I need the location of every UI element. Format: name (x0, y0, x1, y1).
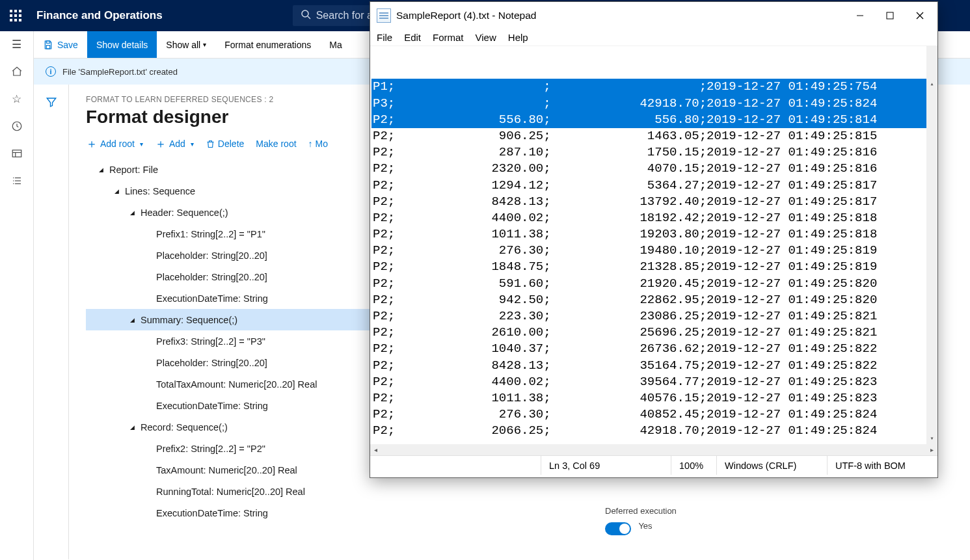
text-line[interactable]: P2; 276.30; 19480.10;2019-12-27 01:49:25… (371, 243, 936, 259)
tree-label: Prefix3: String[2..2] = "P3" (156, 336, 265, 347)
left-rail: ☰ ☆ (0, 31, 34, 560)
text-line[interactable]: P2; 1011.38; 19203.80;2019-12-27 01:49:2… (371, 226, 936, 243)
app-launcher-icon[interactable] (0, 0, 31, 31)
deferred-value: Yes (638, 521, 652, 531)
delete-button[interactable]: Delete (206, 139, 244, 149)
menu-view[interactable]: View (476, 32, 496, 43)
menu-format[interactable]: Format (433, 32, 464, 43)
text-line[interactable]: P2; 1848.75; 21328.85;2019-12-27 01:49:2… (371, 259, 936, 275)
minimize-button[interactable] (845, 5, 875, 27)
deferred-execution-section: Deferred execution Yes (605, 506, 677, 535)
svg-rect-7 (14, 19, 17, 21)
text-line[interactable]: P2; 276.30; 40852.45;2019-12-27 01:49:25… (371, 407, 936, 423)
text-line[interactable]: P2; 2320.00; 4070.15;2019-12-27 01:49:25… (371, 161, 936, 177)
text-line[interactable]: P2; 1040.37; 26736.62;2019-12-27 01:49:2… (371, 341, 936, 357)
tree-node[interactable]: RunningTotal: Numeric[20..20] Real (86, 481, 625, 502)
search-icon (301, 9, 311, 22)
home-icon[interactable] (10, 65, 23, 78)
show-details-button[interactable]: Show details (87, 31, 157, 58)
tree-label: ExecutionDateTime: String (156, 401, 268, 411)
star-icon[interactable]: ☆ (10, 92, 23, 105)
text-line[interactable]: P2; 942.50; 22862.95;2019-12-27 01:49:25… (371, 292, 936, 308)
expand-icon[interactable]: ◢ (115, 188, 121, 194)
text-line[interactable]: P2; 4400.02; 39564.77;2019-12-27 01:49:2… (371, 374, 936, 390)
text-line[interactable]: P2; 2066.25; 42918.70;2019-12-27 01:49:2… (371, 423, 936, 439)
expand-icon[interactable]: ◢ (130, 424, 137, 431)
maximize-button[interactable] (875, 5, 905, 27)
move-button-truncated[interactable]: ↑ Mo (308, 139, 328, 149)
svg-rect-2 (19, 10, 21, 12)
workspace-icon[interactable] (10, 147, 23, 160)
deferred-label: Deferred execution (605, 506, 677, 516)
filter-icon[interactable] (46, 96, 57, 559)
text-line[interactable]: P2; 2610.00; 25696.25;2019-12-27 01:49:2… (371, 325, 936, 341)
svg-rect-21 (46, 41, 49, 43)
scroll-up-icon[interactable]: ▴ (926, 79, 937, 90)
make-root-button[interactable]: Make root (256, 139, 296, 149)
status-encoding: UTF-8 with BOM (827, 456, 937, 475)
menu-file[interactable]: File (377, 32, 392, 43)
notepad-titlebar[interactable]: SampleReport (4).txt - Notepad (370, 2, 937, 29)
expand-icon[interactable]: ◢ (130, 317, 137, 323)
close-button[interactable] (905, 5, 935, 27)
format-enumerations-button[interactable]: Format enumerations (215, 31, 320, 58)
text-line[interactable]: P2; 4400.02; 18192.42;2019-12-27 01:49:2… (371, 210, 936, 226)
text-line[interactable]: P2; 556.80; 556.80;2019-12-27 01:49:25:8… (371, 112, 936, 128)
plus-icon: ＋ (86, 138, 98, 150)
recent-icon[interactable] (10, 120, 23, 133)
tree-label: ExecutionDateTime: String (156, 293, 268, 304)
tree-label: TotalTaxAmount: Numeric[20..20] Real (156, 379, 317, 390)
text-line[interactable]: P2; 906.25; 1463.05;2019-12-27 01:49:25:… (371, 128, 936, 144)
status-eol: Windows (CRLF) (716, 456, 827, 475)
scroll-left-icon[interactable]: ◂ (370, 444, 381, 455)
text-line[interactable]: P2; 223.30; 23086.25;2019-12-27 01:49:25… (371, 308, 936, 325)
chevron-down-icon: ▾ (191, 140, 194, 148)
deferred-toggle[interactable] (605, 522, 631, 535)
hamburger-icon[interactable]: ☰ (10, 38, 23, 51)
add-root-button[interactable]: ＋Add root▾ (86, 138, 143, 150)
status-zoom: 100% (671, 456, 716, 475)
notepad-window: SampleReport (4).txt - Notepad FileEditF… (370, 1, 938, 478)
notepad-title: SampleReport (4).txt - Notepad (396, 10, 536, 21)
text-line[interactable]: P2; 1294.12; 5364.27;2019-12-27 01:49:25… (371, 178, 936, 194)
tree-label: Report: File (109, 165, 158, 175)
notepad-menu: FileEditFormatViewHelp (370, 29, 937, 46)
expand-icon[interactable]: ◢ (99, 167, 105, 173)
menu-edit[interactable]: Edit (404, 32, 421, 43)
modules-icon[interactable] (10, 174, 23, 187)
svg-rect-24 (887, 12, 893, 19)
tree-label: Prefix1: String[2..2] = "P1" (156, 229, 265, 239)
expand-icon[interactable]: ◢ (130, 209, 137, 216)
menu-help[interactable]: Help (508, 32, 528, 43)
tree-node[interactable]: ExecutionDateTime: String (86, 502, 625, 524)
show-all-button[interactable]: Show all▾ (157, 31, 215, 58)
chevron-down-icon: ▾ (140, 140, 143, 148)
text-line[interactable]: P2; 8428.13; 35164.75;2019-12-27 01:49:2… (371, 358, 936, 374)
tree-label: Placeholder: String[20..20] (156, 358, 267, 368)
scrollbar-horizontal[interactable]: ◂ ▸ (370, 444, 937, 455)
add-button[interactable]: ＋Add▾ (155, 138, 194, 150)
text-line[interactable]: P3; ; 42918.70;2019-12-27 01:49:25:824 (371, 96, 936, 112)
message-text: File 'SampleReport.txt' created (62, 67, 178, 77)
chevron-down-icon: ▾ (203, 41, 206, 48)
text-line[interactable]: P2; 1011.38; 40576.15;2019-12-27 01:49:2… (371, 390, 936, 407)
svg-rect-0 (10, 10, 12, 12)
app-title: Finance and Operations (36, 9, 163, 22)
scroll-down-icon[interactable]: ▾ (926, 433, 937, 444)
scroll-right-icon[interactable]: ▸ (926, 444, 937, 455)
svg-rect-8 (19, 19, 21, 21)
notepad-body[interactable]: P1; ; ;2019-12-27 01:49:25:754P3; ; 4291… (370, 46, 937, 444)
mapping-button-truncated[interactable]: Ma (320, 31, 351, 58)
text-line[interactable]: P2; 287.10; 1750.15;2019-12-27 01:49:25:… (371, 144, 936, 161)
tree-label: Record: Sequence(;) (141, 422, 228, 433)
text-line[interactable]: P1; ; ;2019-12-27 01:49:25:754 (371, 79, 936, 95)
text-line[interactable]: P2; 591.60; 21920.45;2019-12-27 01:49:25… (371, 276, 936, 292)
text-line[interactable]: P2; 8428.13; 13792.40;2019-12-27 01:49:2… (371, 194, 936, 210)
save-label: Save (57, 40, 78, 50)
tree-label: Prefix2: String[2..2] = "P2" (156, 444, 265, 454)
svg-rect-22 (46, 45, 49, 48)
save-button[interactable]: Save (34, 31, 87, 58)
svg-rect-3 (10, 14, 12, 17)
tree-label: TaxAmount: Numeric[20..20] Real (156, 465, 297, 475)
scrollbar-vertical[interactable]: ▴ ▾ (926, 46, 937, 444)
